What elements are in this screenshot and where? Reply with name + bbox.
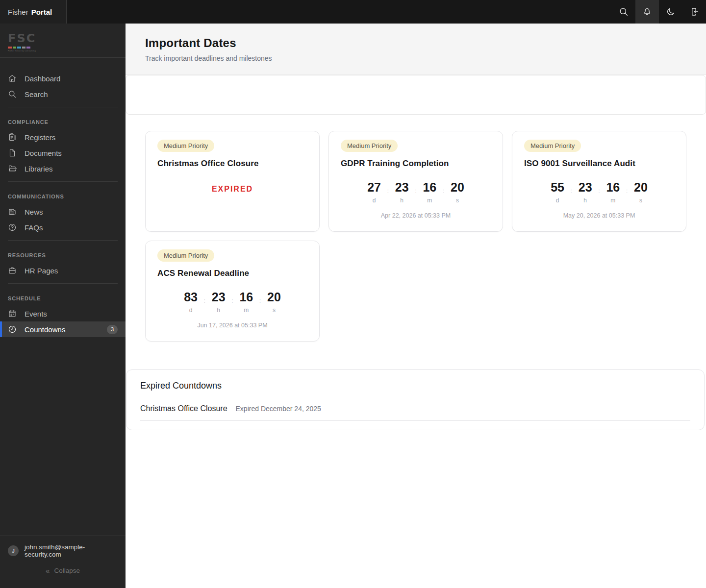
logo-bar [8,47,12,49]
sidebar-item-dashboard[interactable]: Dashboard [0,71,126,86]
countdown-unit-group: 55d [545,181,571,204]
login-icon [689,7,699,17]
page-title: Important Dates [145,36,686,50]
search-button[interactable] [612,0,635,24]
sign-in-button[interactable] [682,0,706,24]
countdown-card-title: GDPR Training Completion [341,159,491,169]
sidebar-item-hr-pages[interactable]: HR Pages [0,263,126,278]
priority-badge: Medium Priority [524,140,581,152]
countdown-unit-group: 20s [444,181,470,204]
collapse-sidebar-button[interactable]: « Collapse [46,567,80,574]
sidebar-item-faqs[interactable]: FAQs [0,220,126,235]
countdown-cards-grid: Medium Priority Christmas Office Closure… [126,115,706,342]
sidebar-item-label: FAQs [25,223,43,232]
sidebar-item-registers[interactable]: Registers [0,129,126,145]
sidebar-item-events[interactable]: Events [0,306,126,321]
sidebar-divider [8,240,118,241]
sidebar-item-news[interactable]: News [0,204,126,220]
countdown-timer: 27d:23h:16m:20s [341,181,491,204]
countdown-unit-group: 27d [361,181,387,204]
sidebar-item-label: Search [25,90,48,98]
sidebar: FSC Fisher Security Consulting Dashboard… [0,24,126,588]
countdown-unit-group: 20s [628,181,654,204]
collapse-label: Collapse [54,567,80,574]
notifications-button[interactable] [635,0,659,24]
priority-badge: Medium Priority [157,140,214,152]
countdown-card: Medium Priority Christmas Office Closure… [145,131,320,232]
logo-tagline: Fisher Security Consulting [8,49,118,52]
countdown-target-date: May 20, 2026 at 05:33 PM [524,212,674,219]
sidebar-nav: Dashboard Search COMPLIANCE Registers Do… [0,58,126,536]
logo-block: FSC Fisher Security Consulting [0,24,126,58]
main-content: Important Dates Track important deadline… [126,24,706,588]
countdown-unit-label: d [361,197,387,204]
sidebar-item-countdowns[interactable]: Countdowns 3 [0,321,126,337]
countdown-unit-label: s [261,307,287,314]
countdown-unit-label: s [628,197,654,204]
logo-bar [22,47,26,49]
dark-mode-button[interactable] [659,0,682,24]
countdown-card: Medium Priority GDPR Training Completion… [328,131,503,232]
countdown-target-date: Jun 17, 2026 at 05:33 PM [157,322,307,329]
sidebar-section-label: COMMUNICATIONS [0,186,126,204]
folder-icon [8,164,17,173]
countdown-timer: 83d:23h:16m:20s [157,291,307,314]
calendar-icon [8,309,17,318]
topbar-actions [612,0,706,24]
expired-status-label: EXPIRED [157,185,307,194]
countdown-timer: 55d:23h:16m:20s [524,181,674,204]
countdown-target-date: Apr 22, 2026 at 05:33 PM [341,212,491,219]
expired-countdowns-list: Christmas Office Closure Expired Decembe… [140,391,690,421]
countdown-value: 16 [417,181,443,194]
brand-name: Fisher [8,8,28,16]
expired-row-status: Expired December 24, 2025 [236,405,321,413]
sidebar-item-documents[interactable]: Documents [0,145,126,161]
sidebar-item-label: News [25,208,43,216]
sidebar-divider [8,181,118,182]
sidebar-item-label: Events [25,310,47,318]
sidebar-item-label: Dashboard [25,74,60,83]
sidebar-section-label: SCHEDULE [0,288,126,306]
double-chevron-left-icon: « [46,567,50,574]
page-header: Important Dates Track important deadline… [126,24,706,75]
empty-toolbar-panel [126,75,706,115]
moon-icon [666,7,676,17]
priority-badge: Medium Priority [157,249,214,262]
expired-countdown-row: Christmas Office Closure Expired Decembe… [140,391,690,421]
sidebar-section-label: COMPLIANCE [0,112,126,129]
brand: Fisher Portal [0,0,67,24]
countdown-unit-label: h [389,197,415,204]
logo-bar [26,47,30,49]
countdown-value: 23 [205,291,231,303]
expired-countdowns-panel: Expired Countdowns Christmas Office Clos… [126,369,705,430]
countdown-unit-group: 23h [205,291,231,314]
countdown-value: 20 [261,291,287,303]
countdown-value: 20 [628,181,654,194]
bell-icon [642,7,652,17]
sidebar-item-label: Registers [25,133,55,142]
sidebar-footer: J john.smith@sample-security.com « Colla… [0,536,126,588]
countdown-unit-group: 23h [389,181,415,204]
countdown-value: 23 [572,181,598,194]
brand-portal: Portal [31,8,52,16]
search-icon [8,90,17,98]
registers-icon [8,133,17,142]
countdown-card: Medium Priority ISO 9001 Surveillance Au… [512,131,686,232]
countdown-unit-label: h [205,307,231,314]
sidebar-divider [8,107,118,107]
countdown-value: 16 [600,181,626,194]
user-email: john.smith@sample-security.com [25,543,118,558]
priority-badge: Medium Priority [341,140,398,152]
sidebar-item-label: HR Pages [25,267,58,275]
count-badge: 3 [107,325,118,334]
logo-bar [13,47,17,49]
sidebar-item-libraries[interactable]: Libraries [0,161,126,176]
countdown-unit-label: m [417,197,443,204]
sidebar-item-search[interactable]: Search [0,86,126,102]
countdown-value: 16 [233,291,259,303]
countdown-unit-label: s [444,197,470,204]
expired-row-title: Christmas Office Closure [140,404,227,413]
sidebar-item-label: Countdowns [25,325,65,334]
countdown-value: 55 [545,181,571,194]
countdown-card-title: ACS Renewal Deadline [157,269,307,278]
